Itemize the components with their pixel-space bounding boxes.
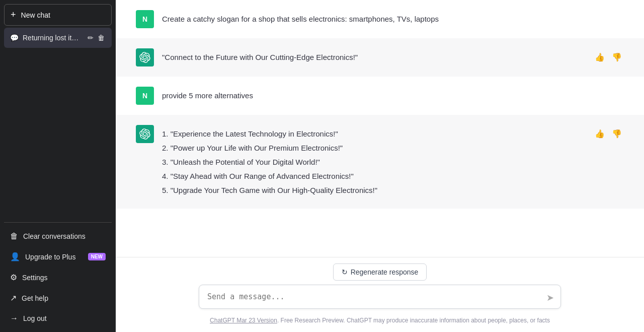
message-text-2: provide 5 more alternatives: [162, 87, 624, 102]
external-link-icon: ↗: [10, 293, 17, 303]
sidebar-bottom: 🗑 Clear conversations 👤 Upgrade to Plus …: [4, 222, 112, 328]
message-list-content: 1. "Experience the Latest Technology in …: [162, 125, 585, 198]
settings-label: Settings: [22, 274, 48, 282]
clear-conversations-button[interactable]: 🗑 Clear conversations: [4, 227, 112, 246]
user-icon: 👤: [10, 252, 20, 261]
new-badge: NEW: [88, 253, 106, 260]
rename-conversation-button[interactable]: ✏: [87, 33, 95, 43]
user-avatar: N: [136, 10, 154, 28]
list-item: 4. "Stay Ahead with Our Range of Advance…: [162, 170, 585, 182]
message-actions-2: 👍 👎: [593, 125, 624, 140]
regenerate-label: Regenerate response: [351, 268, 419, 276]
list-item: 1. "Experience the Latest Technology in …: [162, 128, 585, 140]
message-row-assistant-2: 1. "Experience the Latest Technology in …: [116, 115, 644, 209]
thumbs-up-button-2[interactable]: 👍: [593, 128, 607, 140]
message-input-wrap: ➤: [199, 285, 561, 311]
new-chat-button[interactable]: + New chat: [4, 4, 112, 26]
conversation-label: Returning lost item.: [23, 34, 83, 42]
send-button[interactable]: ➤: [545, 291, 555, 304]
footer-text: ChatGPT Mar 23 Version. Free Research Pr…: [210, 315, 550, 328]
message-text: Create a catchy slogan for a shop that s…: [162, 10, 624, 25]
upgrade-to-plus-button[interactable]: 👤 Upgrade to Plus NEW: [4, 247, 112, 267]
list-item: 5. "Upgrade Your Tech Game with Our High…: [162, 184, 585, 196]
message-actions: 👍 👎: [593, 48, 624, 63]
regenerate-icon: ↻: [342, 268, 348, 276]
thumbs-up-button[interactable]: 👍: [593, 51, 607, 63]
regenerate-response-button[interactable]: ↻ Regenerate response: [333, 263, 427, 281]
get-help-button[interactable]: ↗ Get help: [4, 288, 112, 308]
footer-suffix: . Free Research Preview. ChatGPT may pro…: [277, 317, 550, 324]
conversation-actions: ✏ 🗑: [87, 33, 106, 43]
settings-button[interactable]: ⚙ Settings: [4, 268, 112, 287]
message-row-user-2: N provide 5 more alternatives: [116, 77, 644, 115]
sidebar: + New chat 💬 Returning lost item. ✏ 🗑 🗑 …: [0, 0, 116, 332]
assistant-avatar-2: [136, 125, 154, 143]
conversation-item[interactable]: 💬 Returning lost item. ✏ 🗑: [4, 28, 112, 48]
message-row-assistant-1: "Connect to the Future with Our Cutting-…: [116, 38, 644, 77]
response-list: 1. "Experience the Latest Technology in …: [162, 128, 585, 196]
user-avatar-2: N: [136, 87, 154, 105]
logout-icon: →: [10, 314, 18, 323]
plus-icon: +: [11, 10, 16, 20]
input-area: ↻ Regenerate response ➤ ChatGPT Mar 23 V…: [116, 257, 644, 332]
log-out-label: Log out: [23, 314, 47, 322]
get-help-label: Get help: [22, 294, 48, 302]
message-text: "Connect to the Future with Our Cutting-…: [162, 48, 585, 63]
message-input[interactable]: [199, 285, 561, 309]
gear-icon: ⚙: [10, 273, 17, 282]
chat-messages: N Create a catchy slogan for a shop that…: [116, 0, 644, 257]
upgrade-label: Upgrade to Plus: [25, 253, 75, 261]
delete-conversation-button[interactable]: 🗑: [97, 33, 106, 43]
new-chat-label: New chat: [21, 11, 50, 19]
main-content: N Create a catchy slogan for a shop that…: [116, 0, 644, 332]
footer-link[interactable]: ChatGPT Mar 23 Version: [210, 317, 277, 324]
assistant-avatar: [136, 48, 154, 67]
log-out-button[interactable]: → Log out: [4, 309, 112, 328]
thumbs-down-button[interactable]: 👎: [610, 51, 624, 63]
chat-bubble-icon: 💬: [10, 34, 19, 42]
list-item: 3. "Unleash the Potential of Your Digita…: [162, 156, 585, 168]
thumbs-down-button-2[interactable]: 👎: [610, 128, 624, 140]
clear-conversations-label: Clear conversations: [23, 232, 86, 240]
chat-history: 💬 Returning lost item. ✏ 🗑: [4, 28, 112, 222]
trash-icon: 🗑: [10, 232, 18, 241]
list-item: 2. "Power up Your Life with Our Premium …: [162, 142, 585, 154]
message-row-user-1: N Create a catchy slogan for a shop that…: [116, 0, 644, 38]
